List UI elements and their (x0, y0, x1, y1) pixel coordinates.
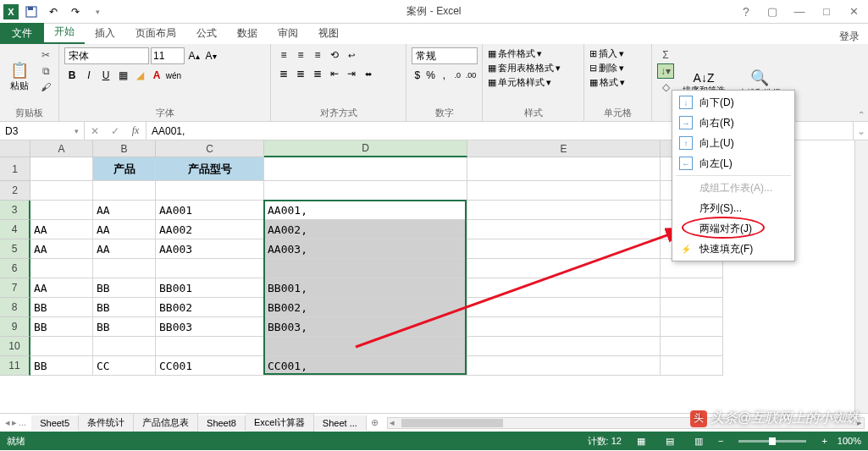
cell[interactable] (467, 239, 661, 259)
cell[interactable]: BB003, (264, 317, 467, 337)
cell[interactable]: AA (30, 239, 93, 259)
cell[interactable] (264, 259, 467, 278)
maximize-button[interactable]: □ (814, 2, 839, 22)
cell[interactable] (93, 181, 156, 201)
cell[interactable] (156, 259, 264, 278)
row-header[interactable]: 5 (0, 239, 30, 259)
sheet-nav-first[interactable]: ◂ (5, 417, 10, 428)
cell[interactable]: AA (30, 278, 93, 298)
redo-button[interactable]: ↷ (66, 3, 85, 21)
cell-styles-button[interactable]: ▦ 单元格样式 ▾ (488, 76, 578, 89)
tab-formulas[interactable]: 公式 (186, 23, 227, 44)
column-header[interactable]: C (156, 140, 264, 157)
cell[interactable] (467, 181, 661, 201)
align-middle-button[interactable]: ≡ (293, 47, 308, 63)
vertical-scrollbar[interactable] (854, 140, 868, 413)
sheet-tab[interactable]: 条件统计 (79, 414, 134, 432)
cell[interactable]: BB (93, 278, 156, 298)
cell[interactable]: AA002 (156, 220, 264, 239)
fill-up-item[interactable]: ↑向上(U) (672, 133, 794, 153)
cell[interactable]: AA (30, 220, 93, 239)
collapse-ribbon-button[interactable]: ⌃ (858, 110, 865, 119)
cell[interactable] (30, 157, 93, 181)
row-header[interactable]: 2 (0, 181, 30, 201)
align-top-button[interactable]: ≡ (276, 47, 291, 63)
cell[interactable] (264, 337, 467, 356)
fill-justify-item[interactable]: 两端对齐(J) (672, 218, 794, 239)
fill-button[interactable]: ↓▾ (657, 63, 674, 79)
cell[interactable]: BB003 (156, 317, 264, 337)
normal-view-button[interactable]: ▦ (632, 433, 650, 448)
cell[interactable]: CC001 (156, 356, 264, 376)
comma-button[interactable]: , (439, 68, 451, 83)
paste-button[interactable]: 📋 粘贴 (5, 47, 34, 105)
cancel-formula-button[interactable]: ✕ (85, 125, 105, 137)
currency-button[interactable]: $ (412, 68, 423, 83)
row-header[interactable]: 7 (0, 278, 30, 298)
format-cells-button[interactable]: ▦ 格式 ▾ (589, 76, 646, 89)
cell[interactable] (661, 317, 723, 337)
cell[interactable] (93, 337, 156, 356)
cell[interactable] (467, 157, 661, 181)
align-right-button[interactable]: ≣ (310, 66, 325, 81)
flash-fill-item[interactable]: ⚡快速填充(F) (672, 239, 794, 259)
sheet-tab[interactable]: Excel计算器 (246, 414, 314, 432)
cell[interactable]: BB (93, 298, 156, 317)
sheet-nav-more[interactable]: ... (19, 417, 26, 428)
cell[interactable] (467, 317, 661, 337)
cell[interactable]: AA002, (264, 220, 467, 239)
cell[interactable] (156, 181, 264, 201)
orientation-button[interactable]: ⟲ (327, 47, 342, 63)
delete-cells-button[interactable]: ⊟ 删除 ▾ (589, 62, 646, 74)
autosum-button[interactable]: Σ (657, 47, 674, 63)
cell[interactable] (467, 337, 661, 356)
fill-right-item[interactable]: →向右(R) (672, 113, 794, 133)
zoom-out-button[interactable]: − (718, 436, 723, 446)
cell[interactable]: AA (93, 220, 156, 239)
copy-button[interactable]: ⧉ (37, 63, 54, 79)
row-header[interactable]: 3 (0, 201, 30, 220)
cell[interactable] (467, 259, 661, 278)
cell[interactable]: 产品 (93, 157, 156, 181)
insert-cells-button[interactable]: ⊞ 插入 ▾ (589, 47, 646, 60)
save-button[interactable] (22, 3, 41, 21)
cell[interactable]: BB001, (264, 278, 467, 298)
help-button[interactable]: ? (734, 2, 758, 22)
row-header[interactable]: 6 (0, 259, 30, 278)
align-left-button[interactable]: ≣ (276, 66, 291, 81)
enter-formula-button[interactable]: ✓ (105, 125, 125, 137)
ribbon-display-button[interactable]: ▢ (760, 2, 785, 22)
sheet-tab[interactable]: Sheet5 (31, 415, 79, 431)
cell[interactable] (467, 278, 661, 298)
tab-insert[interactable]: 插入 (85, 23, 125, 44)
font-color-button[interactable]: A (149, 68, 164, 83)
bold-button[interactable]: B (64, 68, 80, 83)
cell[interactable] (30, 201, 93, 220)
cell[interactable] (467, 201, 661, 220)
increase-decimal-button[interactable]: .0 (451, 68, 463, 83)
zoom-level[interactable]: 100% (838, 436, 861, 446)
cell[interactable]: CC001, (264, 356, 467, 376)
sheet-tab[interactable]: 产品信息表 (134, 414, 198, 432)
sheet-nav-last[interactable]: ▸ (12, 417, 17, 428)
cell[interactable]: BB002 (156, 298, 264, 317)
percent-button[interactable]: % (425, 68, 437, 83)
cell[interactable]: BB (30, 356, 93, 376)
row-header[interactable]: 4 (0, 220, 30, 239)
cell[interactable]: AA001 (156, 201, 264, 220)
sheet-tab[interactable]: Sheet8 (198, 415, 246, 431)
increase-indent-button[interactable]: ⇥ (344, 66, 359, 81)
merge-button[interactable]: ⬌ (361, 66, 376, 81)
fill-color-button[interactable]: ◢ (132, 68, 147, 83)
conditional-format-button[interactable]: ▦ 条件格式 ▾ (488, 47, 578, 60)
expand-formula-bar-button[interactable]: ⌄ (853, 122, 868, 140)
fill-down-item[interactable]: ↓向下(D) (672, 92, 794, 113)
cell[interactable]: AA003, (264, 239, 467, 259)
row-header[interactable]: 9 (0, 317, 30, 337)
insert-function-button[interactable]: fx (125, 124, 146, 137)
decrease-decimal-button[interactable]: .00 (465, 68, 477, 83)
cell[interactable] (467, 220, 661, 239)
cell[interactable] (661, 356, 723, 376)
cell[interactable]: CC (93, 356, 156, 376)
close-button[interactable]: ✕ (841, 2, 866, 22)
